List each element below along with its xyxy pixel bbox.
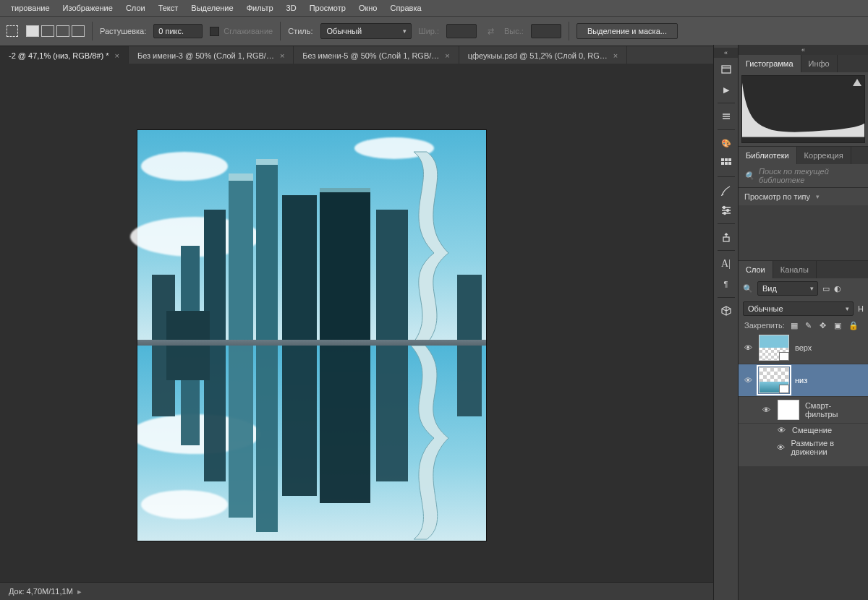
document-tab[interactable]: Без имени-3 @ 50% (Слой 1, RGB/…× [129, 46, 294, 65]
visibility-icon[interactable]: 👁 [776, 443, 785, 452]
status-bar: Док: 4,70M/11,1M ▸ [0, 582, 713, 600]
brush-presets-icon[interactable] [714, 200, 738, 220]
svg-rect-7 [282, 195, 317, 346]
document-tab[interactable]: -2 @ 47,1% (низ, RGB/8#) *× [0, 46, 129, 65]
feather-input[interactable]: 0 пикс. [153, 24, 203, 38]
warning-icon[interactable] [853, 79, 861, 86]
visibility-icon[interactable]: 👁 [762, 406, 772, 414]
lock-artboard-icon[interactable]: ▣ [834, 321, 843, 330]
blend-mode-select[interactable]: Обычные [743, 301, 854, 316]
close-icon[interactable]: × [114, 51, 119, 60]
svg-rect-27 [721, 162, 724, 165]
feather-label: Растушевка: [100, 27, 146, 35]
layer-name[interactable]: низ [795, 376, 807, 385]
visibility-icon[interactable]: 👁 [743, 343, 753, 352]
filter-mask-thumbnail[interactable] [778, 400, 799, 420]
history-icon[interactable] [714, 59, 738, 80]
layer-thumbnail[interactable] [759, 367, 789, 393]
tool-preset-icon[interactable] [6, 25, 19, 38]
menu-3d[interactable]: 3D [280, 0, 303, 16]
svg-rect-29 [728, 162, 731, 165]
doc-size-label: Док: 4,70M/11,1M [9, 587, 73, 596]
paragraph-icon[interactable]: ¶ [714, 274, 738, 294]
menu-edit[interactable]: тирование [4, 0, 56, 16]
svg-rect-20 [376, 346, 408, 481]
clone-source-icon[interactable] [714, 227, 738, 247]
style-select[interactable]: Обычный [320, 23, 412, 39]
library-search[interactable]: 🔍 Поиск по текущей библиотеке [739, 164, 868, 187]
selection-intersect-icon[interactable] [72, 25, 85, 38]
selection-new-icon[interactable] [26, 25, 39, 38]
menu-image[interactable]: Изображение [56, 0, 119, 16]
selection-add-icon[interactable] [41, 25, 54, 38]
status-caret-icon[interactable]: ▸ [77, 587, 82, 596]
library-view-select[interactable]: Просмотр по типу [739, 188, 868, 205]
layer-kind-select[interactable]: Вид [757, 281, 818, 296]
filter-image-icon[interactable]: ▭ [822, 284, 830, 293]
lock-all-icon[interactable]: 🔒 [848, 321, 857, 330]
search-icon[interactable]: 🔍 [743, 284, 753, 293]
lock-position-icon[interactable]: ✥ [820, 321, 828, 330]
smart-filters-row[interactable]: 👁 Смарт-фильтры [739, 397, 868, 424]
tab-info[interactable]: Инфо [801, 55, 838, 72]
document-tab[interactable]: Без имени-5 @ 50% (Слой 1, RGB/…× [294, 46, 459, 65]
visibility-icon[interactable]: 👁 [743, 376, 753, 385]
visibility-icon[interactable]: 👁 [776, 426, 786, 434]
panel-empty-area [739, 466, 868, 601]
menu-filter[interactable]: Фильтр [240, 0, 280, 16]
menu-window[interactable]: Окно [352, 0, 384, 16]
workspace[interactable] [0, 64, 713, 583]
document-tab[interactable]: цфеукыы.psd @ 51,2% (Слой 0, RG…× [459, 46, 627, 65]
tab-channels[interactable]: Каналы [773, 261, 817, 278]
close-icon[interactable]: × [445, 51, 449, 60]
swatches-icon[interactable] [714, 153, 738, 173]
tab-libraries[interactable]: Библиотеки [739, 147, 797, 164]
svg-rect-28 [725, 162, 728, 165]
histogram-graph[interactable] [741, 75, 865, 143]
properties-icon[interactable] [714, 106, 738, 127]
filter-name: Размытие в движении [791, 439, 864, 456]
filter-adjust-icon[interactable]: ◐ [834, 284, 841, 293]
close-icon[interactable]: × [280, 51, 284, 60]
actions-icon[interactable]: ▶ [714, 80, 738, 100]
tab-layers[interactable]: Слои [739, 261, 773, 278]
close-icon[interactable]: × [613, 51, 618, 60]
antialias-checkbox[interactable] [210, 27, 219, 36]
layer-list[interactable]: 👁 верх 👁 низ 👁 Смарт-фильтры [739, 332, 868, 466]
collapse-icon[interactable]: « [714, 48, 738, 58]
tab-histogram[interactable]: Гистограмма [739, 55, 801, 72]
menu-text[interactable]: Текст [152, 0, 185, 16]
width-input[interactable] [446, 24, 477, 38]
menu-select[interactable]: Выделение [184, 0, 239, 16]
libraries-panel-tabs: Библиотеки Коррекция [739, 147, 868, 164]
select-and-mask-button[interactable]: Выделение и маска... [576, 23, 678, 39]
layer-row[interactable]: 👁 верх [739, 332, 868, 364]
svg-rect-10 [376, 210, 408, 346]
menu-view[interactable]: Просмотр [303, 0, 352, 16]
svg-rect-16 [229, 346, 253, 518]
svg-point-30 [723, 207, 725, 209]
lock-transparent-icon[interactable]: ▦ [791, 321, 799, 330]
character-icon[interactable]: A| [714, 254, 738, 274]
lock-pixels-icon[interactable]: ✎ [805, 321, 814, 330]
tab-adjustments[interactable]: Коррекция [797, 147, 851, 164]
swap-wh-icon[interactable]: ⇄ [484, 27, 497, 36]
brush-icon[interactable] [714, 180, 738, 200]
height-input[interactable] [531, 24, 561, 38]
menu-layers[interactable]: Слои [119, 0, 152, 16]
right-dock: « ▶ 🎨 A| ¶ « Гистограмма Инфо Биб [713, 45, 868, 600]
histogram-panel-tabs: Гистограмма Инфо [739, 55, 868, 72]
layer-name[interactable]: верх [795, 343, 812, 352]
collapse-icon[interactable]: « [739, 45, 868, 55]
menu-help[interactable]: Справка [383, 0, 427, 16]
filter-item[interactable]: 👁 Размытие в движении [739, 437, 868, 458]
selection-subtract-icon[interactable] [56, 25, 69, 38]
dock-icon-strip: « ▶ 🎨 A| ¶ [713, 45, 738, 600]
3d-icon[interactable] [714, 301, 738, 321]
canvas[interactable] [137, 130, 486, 541]
layer-row[interactable]: 👁 низ [739, 364, 868, 397]
tab-label: цфеукыы.psd @ 51,2% (Слой 0, RG… [468, 51, 608, 60]
layer-thumbnail[interactable] [759, 335, 789, 361]
filter-item[interactable]: 👁 Смещение [739, 424, 868, 437]
color-icon[interactable]: 🎨 [714, 133, 738, 153]
